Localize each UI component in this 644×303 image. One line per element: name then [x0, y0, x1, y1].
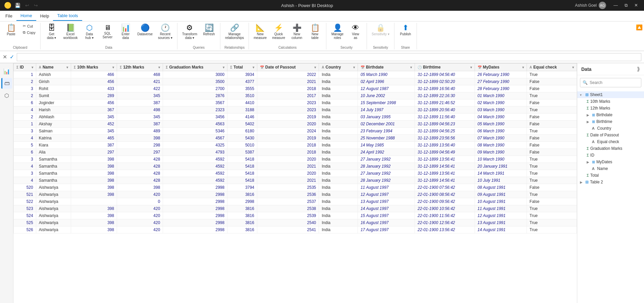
formula-confirm-button[interactable]: ✓	[10, 54, 14, 60]
ribbon-collapse-button[interactable]: 🔼	[636, 25, 643, 30]
quick-measure-button[interactable]: ⚡ Quickmeasure	[270, 23, 287, 41]
menu-file[interactable]: File	[1, 11, 16, 20]
report-view-button[interactable]: 📊	[1, 66, 12, 77]
minimize-button[interactable]: —	[611, 2, 620, 9]
publish-button[interactable]: ⬆ Publish	[397, 23, 414, 37]
table-row: 1Ashish466468300039342022India05 March 1…	[14, 71, 577, 78]
menu-home[interactable]: Home	[16, 11, 36, 21]
tree-birthdate[interactable]: ▶ ⊞ Birthdate	[577, 112, 644, 118]
data-view-button[interactable]: 🗃	[1, 78, 12, 89]
col-header-country[interactable]: A Country ▾	[319, 63, 358, 71]
table-cell: 31-12-1899 14:56:41	[415, 177, 475, 184]
menu-help[interactable]: Help	[36, 11, 53, 20]
text-icon-name: A	[592, 167, 594, 171]
tree-total[interactable]: Σ Total	[577, 172, 644, 179]
get-data-button[interactable]: 🗄 Getdata ▾	[43, 23, 60, 41]
excel-workbook-button[interactable]: 📗 Excelworkbook	[61, 23, 80, 41]
table-cell: 398	[71, 156, 117, 163]
table-cell: 07 March 1990	[475, 135, 527, 142]
table-row: 4Samantha398428459254182021India28 Janua…	[14, 163, 577, 170]
table-cell: 15 August 1997	[358, 212, 415, 219]
relationships-group-label: Relationships	[224, 46, 245, 49]
table-cell: True	[527, 156, 577, 163]
table-cell: 31-12-1899 13:56:41	[415, 170, 475, 177]
tree-graduation-marks[interactable]: Σ Graduation Marks	[577, 145, 644, 152]
table-cell: 4592	[163, 177, 227, 184]
cut-button[interactable]: ✂ Cut	[21, 23, 38, 29]
table-cell: 2998	[163, 212, 227, 219]
table-cell: 3	[14, 85, 36, 92]
tree-country[interactable]: A Country	[577, 125, 644, 132]
refresh-button[interactable]: 🔄 Refresh	[201, 23, 217, 37]
table-row: 2Girish456421350043772021India02 April 1…	[14, 78, 577, 85]
col-header-10th[interactable]: Σ 10th Marks ▾	[71, 63, 117, 71]
field-country: Country	[597, 126, 611, 131]
tree-sheet1[interactable]: ▾ ⊞ Sheet1	[577, 91, 644, 98]
redo-button[interactable]: ↪	[33, 2, 39, 9]
table-cell: 420	[117, 212, 163, 219]
table-cell: 3567	[163, 99, 227, 106]
enter-data-button[interactable]: 📊 Enterdata	[117, 23, 134, 41]
recent-sources-button[interactable]: 🕐 Recentsources ▾	[156, 23, 174, 41]
manage-roles-button[interactable]: 👤 Manageroles	[329, 23, 346, 41]
tree-id[interactable]: Σ ID	[577, 152, 644, 159]
table-cell: 6	[14, 99, 36, 106]
col-header-12th[interactable]: Σ 12th Marks ▾	[117, 63, 163, 71]
transform-data-button[interactable]: ⚙ Transformdata ▾	[180, 23, 199, 41]
table-cell: True	[527, 71, 577, 78]
model-view-button[interactable]: ⬡	[1, 90, 12, 101]
tree-mydates[interactable]: ▶ ⊞ MyDates	[577, 159, 644, 165]
col-header-name[interactable]: A Name ▾	[36, 63, 71, 71]
paste-button[interactable]: 📋 Paste	[3, 23, 19, 37]
restore-button[interactable]: ⧉	[623, 2, 630, 9]
table-cell: 5010	[227, 142, 257, 149]
tree-10th-marks[interactable]: Σ 10th Marks	[577, 98, 644, 105]
save-button[interactable]: 💾	[13, 2, 22, 9]
table-cell: India	[319, 226, 358, 233]
sql-server-button[interactable]: 🖥 SQLServer	[99, 23, 116, 40]
search-input[interactable]	[580, 78, 641, 87]
col-header-birthtime[interactable]: 🕐 Birthtime ▾	[415, 63, 475, 71]
data-table-wrapper[interactable]: Σ ID ▾ A Name ▾ Σ 10th Marks ▾ Σ 12th Ma…	[13, 63, 577, 303]
data-hub-button[interactable]: ⬡ Datahub ▾	[81, 23, 98, 41]
sensitivity-button[interactable]: 🔒 Sensitivity ▾	[370, 23, 391, 37]
text-icon-country: A	[592, 126, 594, 130]
formula-cancel-button[interactable]: ✕	[3, 54, 7, 60]
formula-input[interactable]	[17, 53, 641, 61]
table-cell: 398	[117, 184, 163, 191]
new-table-button[interactable]: 📋 Newtable	[307, 23, 323, 41]
col-header-passout[interactable]: 📅 Date of Passout ▾	[257, 63, 319, 71]
undo-button[interactable]: ↩	[24, 2, 31, 9]
col-header-equalcheck[interactable]: A Equal check ▾	[527, 63, 577, 71]
col-header-total[interactable]: Σ Total ▾	[227, 63, 257, 71]
col-header-mydates[interactable]: 📅 MyDates ▾	[475, 63, 527, 71]
mydates-expand-icon: ▶	[587, 160, 591, 164]
dataverse-button[interactable]: 🔵 Dataverse	[136, 23, 155, 37]
table-cell: 2998	[163, 205, 227, 212]
table-cell: 3794	[227, 184, 257, 191]
copy-button[interactable]: ⧉ Copy	[21, 29, 38, 36]
new-column-button[interactable]: ➕ Newcolumn	[288, 23, 305, 41]
right-panel-header: Data ⟫	[577, 63, 644, 75]
close-button[interactable]: ✕	[632, 2, 640, 9]
manage-relationships-button[interactable]: 🔗 Managerelationships	[223, 23, 246, 41]
tree-birthtime[interactable]: ▶ ⊞ Birthtime	[577, 118, 644, 125]
menu-table-tools[interactable]: Table tools	[53, 11, 82, 21]
table-cell: Samantha	[36, 163, 71, 170]
col-header-grad[interactable]: Σ Graduation Marks ▾	[163, 63, 227, 71]
tree-date-passout[interactable]: Σ Date of Passout	[577, 132, 644, 138]
table-row: 520Aishwariya398398299837942535India11 A…	[14, 184, 577, 191]
col-header-id[interactable]: Σ ID ▾	[14, 63, 36, 71]
tree-table2[interactable]: ▶ ⊞ Table 2	[577, 179, 644, 185]
col-header-birthdate[interactable]: 📅 Birthdate ▾	[358, 63, 415, 71]
tree-equal-check[interactable]: A Equal check	[577, 138, 644, 145]
right-panel-toggle-button[interactable]: ⟫	[637, 66, 640, 72]
table-cell: 31-12-1899 04:56:25	[415, 128, 475, 135]
view-as-button[interactable]: 👁 Viewas	[347, 23, 364, 41]
new-measure-button[interactable]: 📐 Newmeasure	[252, 23, 269, 41]
sigma-icon: Σ	[587, 99, 589, 103]
left-sidebar: 📊 🗃 ⬡	[0, 63, 13, 303]
table-cell: India	[319, 212, 358, 219]
tree-name[interactable]: A Name	[577, 165, 644, 172]
tree-12th-marks[interactable]: Σ 12th Marks	[577, 105, 644, 112]
